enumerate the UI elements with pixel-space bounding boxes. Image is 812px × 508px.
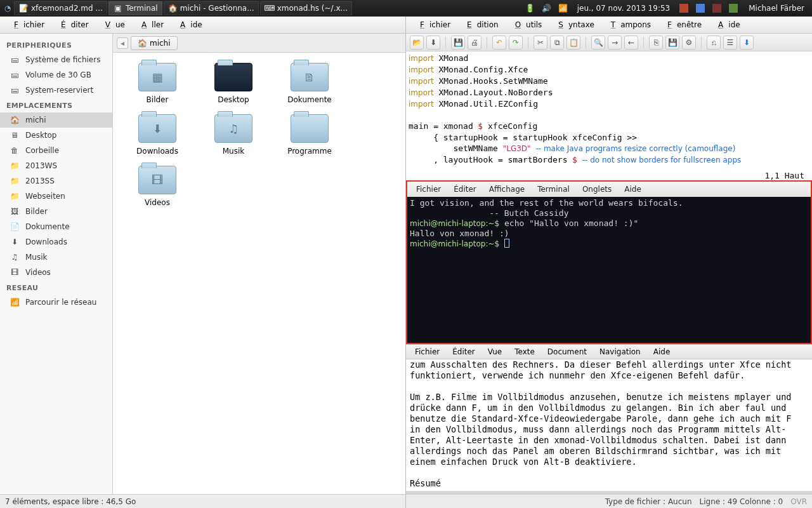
sidebar-item-michi[interactable]: 🏠michi <box>0 112 112 128</box>
tool3-button[interactable]: ⎌ <box>707 36 721 50</box>
clock[interactable]: jeu., 07 nov. 2013 19:53 <box>573 4 674 13</box>
menu-fichier[interactable]: Fichier <box>410 346 445 358</box>
sidebar-item-icon: 🗑 <box>9 146 20 155</box>
next-button[interactable]: → <box>608 36 622 50</box>
menu-onglets[interactable]: Onglets <box>577 184 617 195</box>
menu-texte[interactable]: Texte <box>509 346 540 358</box>
menu-aller[interactable]: Aller <box>131 18 169 31</box>
wifi-icon[interactable]: 📶 <box>557 2 570 15</box>
sidebar-item-label: Corbeille <box>25 146 59 155</box>
folder-icon: ⬇ <box>138 114 176 143</box>
menu-aide[interactable]: Aide <box>648 346 676 358</box>
menu-navigation[interactable]: Navigation <box>594 346 646 358</box>
folder-label: Bilder <box>119 95 195 104</box>
settings-button[interactable]: ⚙ <box>682 36 696 50</box>
folder-bilder[interactable]: ▦Bilder <box>119 63 195 104</box>
sidebar-item-corbeille[interactable]: 🗑Corbeille <box>0 143 112 158</box>
path-segment-home[interactable]: 🏠 michi <box>131 36 178 50</box>
task-icon: ⌨ <box>265 3 275 13</box>
cut-button[interactable]: ✂ <box>534 36 547 50</box>
down-button[interactable]: ⬇ <box>426 36 440 50</box>
menu-fichier[interactable]: Fichier <box>410 18 455 31</box>
folder-downloads[interactable]: ⬇Downloads <box>119 114 195 156</box>
print-button[interactable]: 🖨 <box>468 36 481 50</box>
menu-outils[interactable]: Outils <box>505 18 547 31</box>
fm-iconview[interactable]: ▦BilderDesktop🗎Dokumente⬇Downloads♫Musik… <box>113 53 405 494</box>
folder-videos[interactable]: 🎞Videos <box>119 166 195 207</box>
sidebar-item-label: Bilder <box>25 207 48 216</box>
app2-icon[interactable] <box>694 2 707 15</box>
folder-dokumente[interactable]: 🗎Dokumente <box>272 63 348 104</box>
menu-terminal[interactable]: Terminal <box>532 184 575 195</box>
sidebar-item-dokumente[interactable]: 📄Dokumente <box>0 219 112 234</box>
sidebar-item-musik[interactable]: ♫Musik <box>0 250 112 265</box>
menu-vue[interactable]: Vue <box>483 346 507 358</box>
undo-button[interactable]: ↶ <box>492 36 506 50</box>
copy-button[interactable]: ⧉ <box>550 36 564 50</box>
fm-menubar: FichierÉditerVueAllerAide <box>0 17 405 34</box>
taskbar: ◔ 📝xfcemonad2.md ...▣Terminal🏠michi - Ge… <box>3 1 524 15</box>
editor-code[interactable]: import XMonad import XMonad.Config.Xfce … <box>406 51 812 171</box>
app3-icon[interactable] <box>710 2 723 15</box>
prev-button[interactable]: ← <box>624 36 638 50</box>
open-button[interactable]: 📂 <box>410 36 424 50</box>
app4-icon[interactable] <box>727 2 740 15</box>
editor-status: 1,1 Haut <box>406 171 812 180</box>
menu-affichage[interactable]: Affichage <box>484 184 530 195</box>
tool4-button[interactable]: ☰ <box>723 36 737 50</box>
sidebar-item-système-de-fichiers[interactable]: 🖴Système de fichiers <box>0 52 112 67</box>
battery-icon[interactable]: 🔋 <box>524 2 537 15</box>
menu-tampons[interactable]: Tampons <box>601 18 656 31</box>
menu-edition[interactable]: Edition <box>457 18 504 31</box>
menu-document[interactable]: Document <box>542 346 592 358</box>
menu-éditer[interactable]: Éditer <box>449 184 481 195</box>
menu-fichier[interactable]: Fichier <box>4 18 49 31</box>
folder-programme[interactable]: Programme <box>272 114 348 156</box>
folder-desktop[interactable]: Desktop <box>195 63 272 104</box>
editor-toolbar: 📂 ⬇ 💾 🖨 ↶ ↷ ✂ ⧉ 📋 🔍 → ← ⎘ 💾 ⚙ <box>406 34 812 51</box>
sidebar-item-icon: 🖴 <box>9 86 20 95</box>
folder-musik[interactable]: ♫Musik <box>195 114 272 156</box>
sidebar-item-bilder[interactable]: 🖼Bilder <box>0 204 112 219</box>
sidebar-item-volume-de-30-gb[interactable]: 🖴Volume de 30 GB <box>0 67 112 83</box>
menu-icon[interactable]: ◔ <box>3 3 13 13</box>
sidebar-item-2013ss[interactable]: 📁2013SS <box>0 173 112 189</box>
task-2[interactable]: 🏠michi - Gestionna... <box>164 1 259 15</box>
find-button[interactable]: 🔍 <box>591 36 605 50</box>
menu-fenêtre[interactable]: Fenêtre <box>657 18 707 31</box>
menu-aide[interactable]: Aide <box>708 18 745 31</box>
tool1-button[interactable]: ⎘ <box>649 36 663 50</box>
terminal-output[interactable]: I got vision, and the rest of the world … <box>407 197 811 343</box>
redo-button[interactable]: ↷ <box>509 36 523 50</box>
sidebar-item-2013ws[interactable]: 📁2013WS <box>0 158 112 173</box>
menu-éditer[interactable]: Éditer <box>51 18 94 31</box>
sidebar-item-icon: 🏠 <box>9 116 20 124</box>
menu-aide[interactable]: Aide <box>170 18 207 31</box>
task-1[interactable]: ▣Terminal <box>108 1 162 15</box>
menu-aide[interactable]: Aide <box>619 184 646 195</box>
task-label: michi - Gestionna... <box>180 4 254 13</box>
menu-éditer[interactable]: Éditer <box>447 346 480 358</box>
path-back-icon[interactable]: ◂ <box>117 37 128 49</box>
save-button[interactable]: 💾 <box>451 36 465 50</box>
paste-button[interactable]: 📋 <box>566 36 580 50</box>
doc-filetype: Type de fichier : Aucun <box>605 497 692 506</box>
volume-icon[interactable]: 🔊 <box>540 2 553 15</box>
sidebar-item-parcourir-le-réseau[interactable]: 📶Parcourir le réseau <box>0 295 112 310</box>
sidebar-item-videos[interactable]: 🎞Videos <box>0 265 112 280</box>
doc-body[interactable]: zum Ausschalten des Rechners. Da dieser … <box>406 359 812 491</box>
task-3[interactable]: ⌨xmonad.hs (~/.x... <box>260 1 352 15</box>
menu-fichier[interactable]: Fichier <box>411 184 446 195</box>
app1-icon[interactable] <box>678 2 690 15</box>
sidebar-item-webseiten[interactable]: 📁Webseiten <box>0 189 112 204</box>
tool2-button[interactable]: 💾 <box>665 36 679 50</box>
menu-syntaxe[interactable]: Syntaxe <box>548 18 599 31</box>
tool5-button[interactable]: ⬇ <box>740 36 754 50</box>
user-label[interactable]: Michael Färber <box>743 4 809 13</box>
sidebar-item-system-reserviert[interactable]: 🖴System-reserviert <box>0 83 112 98</box>
task-0[interactable]: 📝xfcemonad2.md ... <box>14 1 107 15</box>
menu-vue[interactable]: Vue <box>95 18 130 31</box>
sidebar-item-desktop[interactable]: 🖥Desktop <box>0 128 112 143</box>
home-icon: 🏠 <box>138 39 147 48</box>
sidebar-item-downloads[interactable]: ⬇Downloads <box>0 234 112 250</box>
